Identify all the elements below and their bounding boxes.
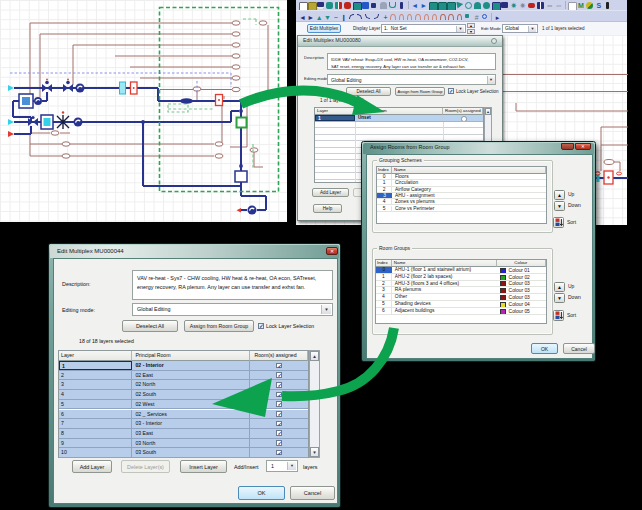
arrow-right-icon[interactable]: ► bbox=[420, 2, 427, 9]
schemes-down-button[interactable]: ▼ bbox=[554, 201, 565, 211]
curve-sw-icon[interactable] bbox=[365, 14, 370, 19]
room-groups-table[interactable]: Index Name Colour 0AHU-1 (floor 1 and st… bbox=[375, 259, 547, 324]
layer-row[interactable]: 1 02 - Interior ✓ bbox=[59, 361, 308, 371]
teal-bolt-icon[interactable] bbox=[456, 2, 463, 9]
arch4-icon[interactable] bbox=[415, 14, 421, 20]
close-icon[interactable]: ✕ bbox=[575, 143, 591, 150]
group-row[interactable]: 6Adjacent buildingsColour 05 bbox=[376, 308, 546, 315]
black-bar-icon[interactable] bbox=[606, 2, 609, 9]
group-row-selected[interactable]: 0AHU-1 (floor 1 and stairwell atrium)Col… bbox=[376, 267, 546, 274]
nav-right-icon[interactable]: ► bbox=[307, 14, 314, 21]
layer-row[interactable]: 9 03 North ✓ bbox=[59, 439, 308, 449]
navy-chip-icon[interactable] bbox=[371, 3, 376, 8]
schematic-canvas[interactable] bbox=[0, 0, 287, 222]
teal-pill-icon[interactable] bbox=[326, 2, 333, 9]
mu44-layers-table[interactable]: Layer Principal Room Room(s) assigned 1 … bbox=[58, 350, 309, 458]
selected-zone-component[interactable] bbox=[237, 118, 247, 128]
arch3-icon[interactable] bbox=[407, 14, 413, 20]
group-row[interactable]: 5Shading devicesColour 04 bbox=[376, 301, 546, 308]
flag-icon[interactable]: ▸ bbox=[494, 14, 501, 21]
mu44-deselect-all-button[interactable]: Deselect All bbox=[122, 320, 178, 332]
room-assigned-checkbox[interactable]: ✓ bbox=[276, 440, 282, 446]
mu80-add-layer-button[interactable]: Add Layer bbox=[312, 188, 349, 197]
layer-spinner[interactable]: ▲ ▼ bbox=[467, 23, 475, 34]
mu44-add-insert-combo[interactable]: 1 ▼ bbox=[266, 460, 298, 472]
room-assigned-checkbox[interactable]: ✓ bbox=[276, 372, 282, 378]
navy-beam-icon[interactable] bbox=[400, 2, 403, 9]
mu44-table-header[interactable]: Layer Principal Room Room(s) assigned bbox=[59, 351, 308, 361]
scroll-up-icon[interactable]: ▲ bbox=[310, 351, 319, 361]
curve-se-icon[interactable] bbox=[374, 14, 379, 19]
layer-row[interactable]: 3 02 North ✓ bbox=[59, 380, 308, 390]
room-assigned-checkbox[interactable]: ✓ bbox=[276, 401, 282, 407]
teal-heart-icon[interactable] bbox=[474, 2, 481, 9]
hook3-icon[interactable] bbox=[457, 14, 463, 20]
blue-s-icon[interactable]: S bbox=[595, 2, 602, 9]
minimize-icon[interactable] bbox=[561, 143, 574, 150]
nav-down-icon[interactable]: ▼ bbox=[324, 14, 331, 21]
tick-icon[interactable] bbox=[465, 14, 469, 18]
save-icon[interactable] bbox=[317, 2, 324, 9]
duct-component-box[interactable] bbox=[235, 171, 247, 182]
mu80-deselect-all-button[interactable]: Deselect All bbox=[346, 87, 391, 96]
red-pill-icon[interactable] bbox=[528, 3, 535, 8]
layer-row[interactable]: 6 02 _ Services ✓ bbox=[59, 410, 308, 420]
curve-ne-icon[interactable] bbox=[357, 14, 362, 19]
split-bars-icon[interactable] bbox=[335, 2, 342, 9]
schemes-sort-button[interactable] bbox=[553, 217, 564, 228]
navy-bar-icon[interactable] bbox=[501, 2, 508, 8]
chevron-down-icon[interactable]: ▼ bbox=[456, 26, 464, 32]
hook1-icon[interactable] bbox=[440, 14, 446, 20]
mu80-table-header[interactable]: Layer Principal Room Room(s) assigned bbox=[315, 108, 483, 115]
chevron-down-icon[interactable]: ▼ bbox=[528, 26, 536, 32]
groups-sort-button[interactable] bbox=[553, 310, 564, 321]
mu80-help-button[interactable]: Help bbox=[313, 204, 342, 213]
palette-icon[interactable] bbox=[586, 2, 593, 9]
link-icon[interactable]: ∞ bbox=[546, 2, 553, 9]
scheme-row[interactable]: 5 Core vs Perimeter bbox=[377, 206, 546, 212]
mu80-assign-from-room-group-button[interactable]: Assign from Room Group bbox=[395, 87, 445, 96]
chevron-down-icon[interactable]: ▼ bbox=[487, 76, 495, 84]
green-m-icon[interactable]: M bbox=[577, 2, 584, 9]
room-assigned-checkbox[interactable]: ✓ bbox=[276, 392, 282, 398]
room-assigned-checkbox[interactable]: ✓ bbox=[276, 421, 282, 427]
mu44-table-scrollbar[interactable]: ▲ ▼ bbox=[309, 350, 320, 458]
layer-row[interactable]: 5 02 West ✓ bbox=[59, 400, 308, 410]
mu44-assign-from-room-group-button[interactable]: Assign from Room Group bbox=[184, 320, 254, 332]
scroll-down-icon[interactable]: ▼ bbox=[310, 447, 319, 457]
mu80-titlebar[interactable]: Edit Multiplex MU000080 bbox=[298, 36, 502, 47]
mu44-editing-mode-combo[interactable]: Global Editing ▼ bbox=[132, 303, 333, 316]
edit-mode-combo[interactable]: Global ▼ bbox=[502, 24, 538, 33]
layer-row[interactable]: 8 03 East ✓ bbox=[59, 429, 308, 439]
gray-arch-icon[interactable] bbox=[380, 2, 387, 9]
room-assigned-checkbox[interactable]: ✓ bbox=[276, 363, 282, 369]
layer-row[interactable]: 7 03 - Interior ✓ bbox=[59, 419, 308, 429]
mu44-cancel-button[interactable]: Cancel bbox=[290, 486, 335, 500]
plus-icon[interactable]: + bbox=[382, 14, 389, 21]
edit-multiplex-button[interactable]: Edit Multiplex bbox=[307, 24, 341, 33]
mu80-lock-layer-checkbox[interactable]: ✓ bbox=[448, 88, 454, 94]
ring-icon[interactable] bbox=[482, 14, 487, 19]
arrow-left-icon[interactable]: ◄ bbox=[411, 2, 418, 9]
room-assigned-checkbox[interactable]: ✓ bbox=[276, 411, 282, 417]
hash-icon[interactable]: # bbox=[473, 14, 480, 21]
layer-row[interactable]: 10 03 South ✓ bbox=[59, 448, 308, 458]
nav-left-icon[interactable]: ◄ bbox=[299, 14, 306, 21]
assign-ok-button[interactable]: OK bbox=[531, 343, 558, 354]
curve-nw-icon[interactable] bbox=[349, 14, 354, 19]
link2-icon[interactable]: ∞ bbox=[555, 2, 562, 9]
mu44-ok-button[interactable]: OK bbox=[238, 486, 285, 500]
layer-row[interactable]: 4 02 South ✓ bbox=[59, 390, 308, 400]
mu44-lock-layer-checkbox[interactable]: ✓ bbox=[258, 323, 264, 329]
group-row[interactable]: 3RA plenumsColour 03 bbox=[376, 287, 546, 294]
display-layer-combo[interactable]: 1. Not Set ▼ bbox=[381, 24, 466, 33]
minus-icon[interactable]: − bbox=[332, 14, 339, 21]
room-assigned-checkbox[interactable]: ✓ bbox=[276, 430, 282, 436]
blue-square-icon[interactable] bbox=[362, 2, 369, 9]
arch2-icon[interactable] bbox=[399, 14, 405, 20]
assign-cancel-button[interactable]: Cancel bbox=[563, 343, 595, 354]
mu44-delete-layers-button[interactable]: Delete Layer(s) bbox=[121, 460, 170, 473]
group-row[interactable]: 1AHU-2 (floor 2 lab spaces)Colour 02 bbox=[376, 274, 546, 281]
groups-down-button[interactable]: ▼ bbox=[554, 293, 565, 303]
groups-up-button[interactable]: ▲ bbox=[554, 282, 565, 292]
